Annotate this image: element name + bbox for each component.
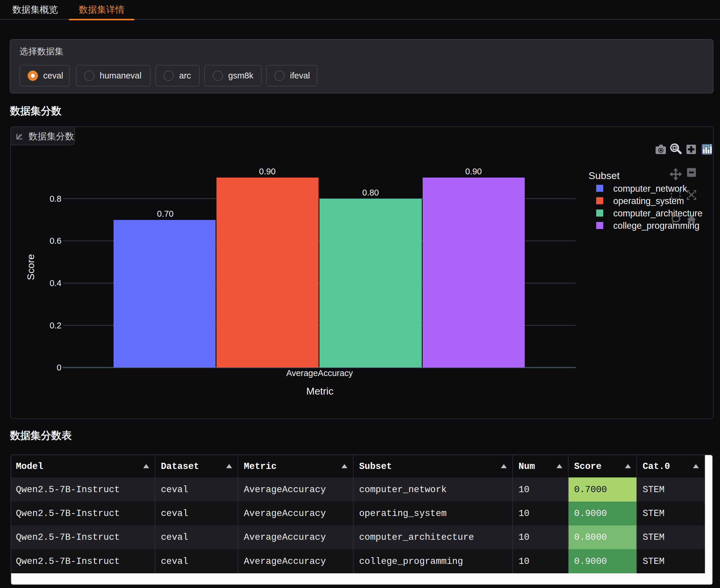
svg-text:Score: Score [25, 254, 36, 280]
svg-text:Subset: Subset [589, 170, 620, 181]
svg-text:operating_system: operating_system [613, 196, 684, 206]
svg-text:0.90: 0.90 [259, 167, 275, 176]
svg-text:college_programming: college_programming [613, 220, 699, 231]
svg-text:0: 0 [57, 363, 61, 372]
svg-text:0.8: 0.8 [50, 194, 61, 204]
svg-text:0.70: 0.70 [157, 209, 173, 218]
svg-text:computer_network: computer_network [613, 184, 687, 194]
svg-text:AverageAccuracy: AverageAccuracy [286, 369, 353, 378]
svg-text:0.4: 0.4 [50, 278, 61, 288]
svg-text:0.2: 0.2 [50, 321, 61, 330]
svg-text:0.6: 0.6 [50, 236, 61, 246]
svg-text:Metric: Metric [306, 385, 333, 397]
svg-text:computer_architecture: computer_architecture [613, 208, 702, 218]
svg-text:0.80: 0.80 [362, 188, 379, 197]
svg-text:0.90: 0.90 [465, 167, 482, 176]
